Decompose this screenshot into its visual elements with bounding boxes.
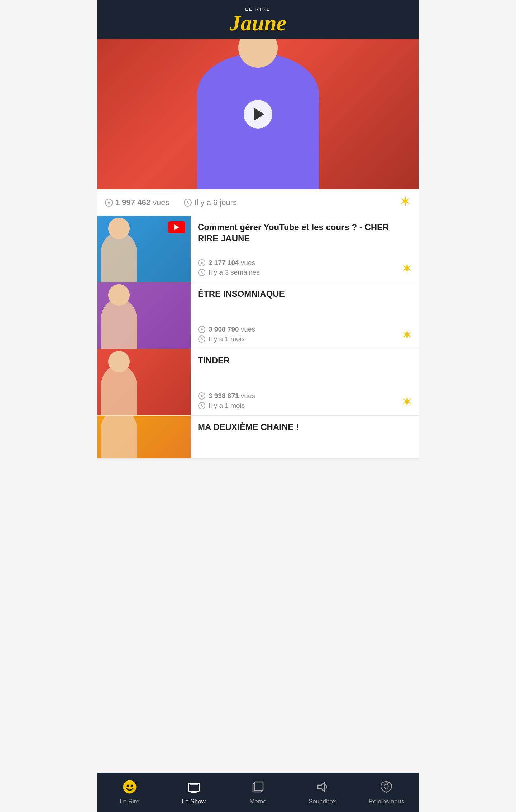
hero-time-ago: Il y a 6 jours bbox=[194, 198, 237, 207]
thumbnail-face-1 bbox=[101, 232, 137, 282]
stats-bar: 1 997 462 vues Il y a 6 jours bbox=[97, 189, 419, 216]
eye-icon-3 bbox=[198, 392, 206, 400]
video-item-2[interactable]: ÊTRE INSOMNIAQUE 3 908 790 vues Il y bbox=[97, 282, 419, 349]
video-item[interactable]: Comment gérer YouTube et les cours ? - C… bbox=[97, 216, 419, 282]
eye-icon-1 bbox=[198, 259, 206, 267]
svg-line-4 bbox=[188, 203, 189, 204]
svg-point-1 bbox=[108, 202, 110, 204]
video-shuriken-3[interactable] bbox=[401, 396, 413, 410]
video-shuriken-1[interactable] bbox=[401, 262, 413, 276]
video-title-1: Comment gérer YouTube et les cours ? - C… bbox=[198, 222, 411, 244]
views-row-3: 3 938 671 vues bbox=[198, 392, 411, 400]
eye-icon bbox=[105, 198, 113, 207]
video-meta-1: 2 177 104 vues Il y a 3 semaines bbox=[198, 259, 411, 276]
time-stat: Il y a 6 jours bbox=[183, 198, 237, 207]
views-stat: 1 997 462 vues bbox=[105, 198, 169, 207]
video-list: Comment gérer YouTube et les cours ? - C… bbox=[97, 216, 419, 459]
video-thumbnail-4 bbox=[97, 416, 191, 459]
logo-main-text: Jaune bbox=[230, 12, 286, 34]
video-thumbnail-1 bbox=[97, 216, 191, 282]
clock-icon-3 bbox=[198, 402, 206, 410]
svg-line-9 bbox=[202, 272, 203, 274]
hero-views-count: 1 997 462 vues bbox=[115, 198, 169, 207]
time-row-3: Il y a 1 mois bbox=[198, 402, 411, 410]
time-row-2: Il y a 1 mois bbox=[198, 335, 411, 343]
views-row-1: 2 177 104 vues bbox=[198, 259, 411, 267]
video-title-2: ÊTRE INSOMNIAQUE bbox=[198, 288, 411, 299]
video-item-3[interactable]: TINDER 3 938 671 vues Il y a 1 mois bbox=[97, 349, 419, 416]
clock-icon-1 bbox=[198, 269, 206, 276]
video-title-4: MA DEUXIÈME CHAINE ! bbox=[198, 421, 411, 432]
video-info-4: MA DEUXIÈME CHAINE ! bbox=[191, 416, 419, 458]
clock-icon bbox=[183, 198, 192, 207]
eye-icon-2 bbox=[198, 325, 206, 333]
video-item-4[interactable]: MA DEUXIÈME CHAINE ! bbox=[97, 416, 419, 459]
video-shuriken-2[interactable] bbox=[401, 329, 413, 343]
video-title-3: TINDER bbox=[198, 355, 411, 366]
svg-point-16 bbox=[201, 395, 203, 397]
video-thumbnail-3 bbox=[97, 349, 191, 415]
clock-icon-2 bbox=[198, 335, 206, 343]
thumbnail-face-2 bbox=[101, 299, 137, 349]
video-thumbnail-2 bbox=[97, 282, 191, 349]
youtube-badge bbox=[168, 221, 185, 233]
logo: LE RIRE Jaune bbox=[230, 6, 286, 34]
hero-shuriken[interactable] bbox=[399, 195, 411, 210]
svg-point-6 bbox=[201, 262, 203, 264]
thumbnail-face-4 bbox=[101, 416, 137, 459]
video-info-2: ÊTRE INSOMNIAQUE 3 908 790 vues Il y bbox=[191, 282, 419, 349]
video-info-3: TINDER 3 938 671 vues Il y a 1 mois bbox=[191, 349, 419, 415]
video-info-1: Comment gérer YouTube et les cours ? - C… bbox=[191, 216, 419, 282]
thumbnail-face-3 bbox=[101, 365, 137, 415]
views-row-2: 3 908 790 vues bbox=[198, 325, 411, 333]
hero-video[interactable] bbox=[97, 39, 419, 189]
video-meta-2: 3 908 790 vues Il y a 1 mois bbox=[198, 325, 411, 343]
app-header: LE RIRE Jaune bbox=[97, 0, 419, 39]
play-button[interactable] bbox=[244, 100, 272, 129]
video-meta-3: 3 938 671 vues Il y a 1 mois bbox=[198, 392, 411, 410]
svg-line-19 bbox=[202, 406, 203, 407]
time-row-1: Il y a 3 semaines bbox=[198, 269, 411, 276]
svg-line-14 bbox=[202, 339, 203, 340]
svg-point-11 bbox=[201, 328, 203, 330]
